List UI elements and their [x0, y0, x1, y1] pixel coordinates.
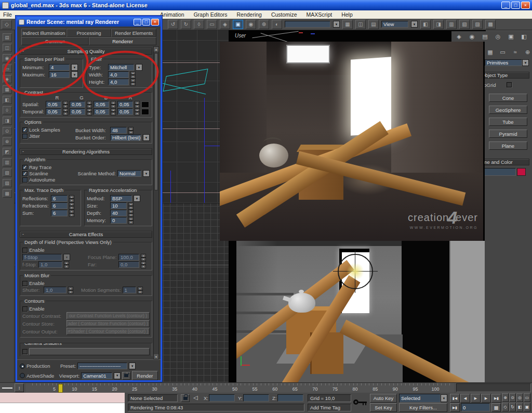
far-field[interactable]: 0,0 — [118, 261, 139, 268]
filter-width-field[interactable]: 4,0 — [108, 71, 129, 78]
object-type-button-tube[interactable]: Tube — [489, 118, 527, 126]
spinner[interactable]: ▲▼ — [128, 210, 134, 216]
motion-tab-icon[interactable]: ◎ — [494, 32, 502, 41]
spin-up-icon[interactable]: ▲ — [63, 108, 68, 112]
spinner[interactable]: ▲▼ — [130, 79, 136, 85]
current-frame-field[interactable]: 0 — [461, 403, 490, 411]
spin-down-icon[interactable]: ▼ — [87, 105, 92, 108]
left-toolbar-icon[interactable]: ⊙ — [3, 127, 12, 135]
viewport-label[interactable]: User — [235, 33, 246, 38]
spinner[interactable]: ▲▼ — [87, 101, 92, 108]
maxscript-mini-listener[interactable] — [0, 393, 125, 403]
go-to-end-button[interactable]: ▶▮ — [450, 403, 460, 412]
object-type-button-geosphere[interactable]: GeoSphere — [489, 106, 527, 114]
left-toolbar-icon[interactable]: ◨ — [3, 117, 12, 125]
toolbar-icon[interactable]: ▭ — [207, 20, 217, 29]
object-type-rollout[interactable]: - Object Type — [485, 72, 529, 79]
spinner[interactable]: ▲▼ — [141, 254, 146, 261]
left-toolbar-icon[interactable]: ⊕ — [3, 137, 12, 146]
toolbar-icon[interactable]: ▦ — [342, 20, 353, 29]
object-color-swatch[interactable] — [517, 168, 526, 176]
spinner[interactable]: ▲▼ — [111, 108, 116, 115]
fstop-field[interactable]: 1,0 — [38, 261, 62, 268]
zoom-extents-icon[interactable]: ◎ — [516, 393, 523, 402]
maximum-samples-dropdown[interactable]: 16 — [49, 71, 70, 78]
contours-enable-checkbox[interactable] — [22, 306, 28, 312]
toolbar-icon[interactable]: ◧ — [420, 20, 431, 29]
method-dropdown[interactable]: BSP — [110, 195, 132, 202]
spinner[interactable]: ▲▼ — [128, 217, 134, 224]
spin-down-icon[interactable]: ▼ — [111, 112, 116, 115]
viewport-dropdown[interactable]: Camera01 — [81, 372, 112, 379]
chevron-down-icon[interactable]: ▼ — [333, 21, 340, 28]
refractions-field[interactable]: 6 — [51, 202, 68, 209]
y-coordinate-field[interactable] — [243, 394, 269, 402]
tab-render-elements[interactable]: Render Elements — [111, 29, 156, 37]
dialog-restore-button[interactable]: □ — [142, 19, 150, 25]
arc-rotate-icon[interactable]: ↻ — [509, 403, 516, 411]
viewport-lock-button[interactable] — [122, 372, 130, 380]
chevron-down-icon[interactable]: ▼ — [114, 372, 121, 379]
named-selection-dropdown[interactable] — [285, 21, 330, 28]
spinner[interactable]: ▲▼ — [141, 261, 146, 268]
spin-up-icon[interactable]: ▲ — [111, 101, 116, 105]
chevron-down-icon[interactable]: ▼ — [522, 59, 529, 66]
toolbar-icon[interactable]: ◇ — [2, 20, 12, 29]
subcategory-dropdown[interactable]: Primitives — [485, 59, 522, 66]
chevron-down-icon[interactable]: ▼ — [134, 195, 140, 202]
left-toolbar-icon[interactable]: ▧ — [3, 169, 12, 177]
temporal-contrast-field[interactable]: 0,05 — [117, 108, 133, 115]
chevron-down-icon[interactable]: ▼ — [136, 64, 142, 71]
next-frame-button[interactable]: ▶ — [481, 394, 491, 403]
spinner[interactable]: ▲▼ — [128, 127, 134, 134]
menu-maxscript[interactable]: MAXScript — [307, 11, 332, 18]
tab-renderer[interactable]: Renderer — [89, 37, 156, 45]
depth-field[interactable]: 40 — [110, 210, 127, 216]
bucket-width-field[interactable]: 48 — [110, 127, 127, 134]
close-button[interactable]: × — [521, 2, 530, 9]
rendering-algorithms-rollout[interactable]: - Rendering Algorithms — [20, 148, 152, 155]
activeshade-radio[interactable] — [20, 373, 25, 378]
camera-effects-rollout[interactable]: - Camera Effects — [20, 231, 152, 238]
toolbar-icon[interactable]: ↺ — [168, 20, 178, 29]
chevron-down-icon[interactable]: ▼ — [441, 394, 447, 402]
left-toolbar-icon[interactable]: ▤ — [3, 33, 12, 42]
chevron-down-icon[interactable]: ▼ — [411, 21, 418, 28]
absolute-mode-icon[interactable]: ◁ — [193, 394, 201, 402]
spin-up-icon[interactable]: ▲ — [87, 108, 92, 112]
bucket-order-dropdown[interactable]: Hilbert (best) — [110, 134, 141, 141]
left-toolbar-icon[interactable]: ◈ — [3, 75, 12, 83]
sampling-quality-rollout[interactable]: - Sampling Quality — [20, 48, 152, 55]
spin-down-icon[interactable]: ▼ — [111, 105, 116, 108]
spinner[interactable]: ▲▼ — [64, 261, 69, 268]
add-time-tag[interactable]: Add Time Tag — [308, 404, 351, 411]
fstop-mode-dropdown[interactable]: f-Stop — [22, 254, 62, 261]
pan-icon[interactable]: ◇ — [502, 403, 509, 411]
toolbar-icon[interactable]: ▩ — [485, 20, 496, 29]
toolbar-icon[interactable]: ◉ — [246, 20, 256, 29]
dialog-close-button[interactable]: × — [151, 19, 159, 25]
contour-contrast-button[interactable]: our Contrast Function Levels (contour) ) — [66, 312, 150, 319]
name-color-rollout[interactable]: - Name and Color — [485, 159, 529, 165]
chevron-down-icon[interactable]: ▼ — [63, 254, 70, 261]
production-radio[interactable] — [20, 364, 25, 369]
timeline-track[interactable]: 5101520253035404550556065707580859095100 — [26, 383, 454, 393]
spinner[interactable]: ▲▼ — [69, 202, 74, 209]
minimize-button[interactable]: _ — [501, 2, 510, 9]
focus-plane-field[interactable]: 100,0 — [118, 254, 139, 261]
chevron-down-icon[interactable]: ▼ — [71, 71, 78, 78]
spin-up-icon[interactable]: ▲ — [63, 101, 68, 105]
open-mini-curve-editor-button[interactable]: ↕ — [15, 383, 24, 392]
shutter-field[interactable]: 1,0 — [44, 287, 66, 293]
spinner[interactable]: ▲▼ — [69, 195, 74, 202]
spinner[interactable]: ▲▼ — [68, 287, 73, 293]
autogrid-checkbox[interactable] — [507, 82, 512, 87]
temporal-contrast-field[interactable]: 0,05 — [70, 108, 85, 115]
time-slider-marker[interactable] — [58, 384, 63, 393]
chevron-down-icon[interactable]: ▼ — [129, 363, 136, 369]
object-type-button-cone[interactable]: Cone — [489, 94, 527, 102]
camera-shader-checkbox[interactable] — [22, 349, 28, 354]
left-toolbar-icon[interactable]: ◊ — [3, 106, 12, 114]
spatial-contrast-field[interactable]: 0,05 — [94, 101, 109, 108]
spin-up-icon[interactable]: ▲ — [87, 101, 92, 105]
